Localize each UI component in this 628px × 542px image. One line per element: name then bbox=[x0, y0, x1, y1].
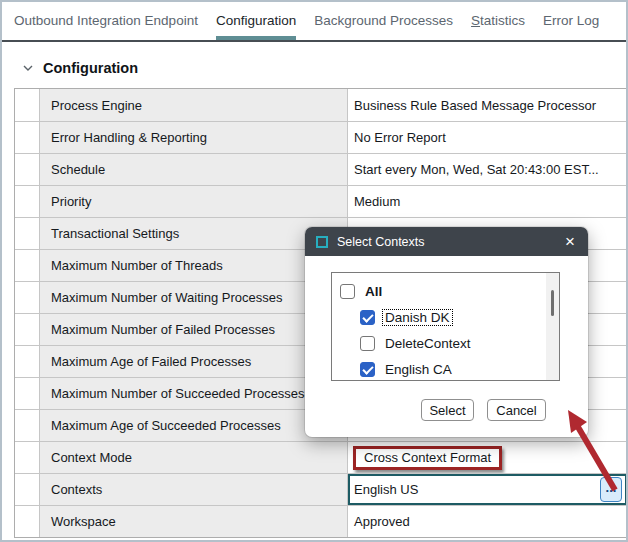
context-option-all[interactable]: All bbox=[340, 278, 559, 304]
row-selector-cell[interactable] bbox=[15, 346, 40, 377]
tab-label: Outbound Integration Endpoint bbox=[14, 13, 198, 28]
option-label: English CA bbox=[383, 362, 454, 377]
tab-label: Statistics bbox=[471, 13, 525, 28]
row-label: Context Mode bbox=[40, 442, 348, 473]
row-label: Process Engine bbox=[40, 89, 348, 121]
row-value[interactable]: Business Rule Based Message Processor bbox=[348, 89, 627, 121]
row-value[interactable]: Cross Context Format bbox=[348, 442, 627, 473]
row-selector-cell[interactable] bbox=[15, 122, 40, 153]
row-label: Maximum Number of Waiting Processes bbox=[40, 282, 348, 313]
row-label: Maximum Number of Threads bbox=[40, 250, 348, 281]
option-label: Danish DK bbox=[383, 310, 452, 325]
dialog-app-icon bbox=[316, 236, 328, 248]
row-selector-cell[interactable] bbox=[15, 474, 40, 505]
tab-label: Error Log bbox=[543, 13, 599, 28]
context-mode-value: Cross Context Format bbox=[364, 450, 491, 465]
option-label: DeleteContext bbox=[383, 336, 473, 351]
tab-configuration[interactable]: Configuration bbox=[216, 2, 296, 40]
row-selector-cell[interactable] bbox=[15, 314, 40, 345]
scrollbar-thumb[interactable] bbox=[551, 290, 554, 316]
tab-label: Background Processes bbox=[314, 13, 453, 28]
tab-background-processes[interactable]: Background Processes bbox=[314, 2, 453, 40]
row-value[interactable]: Approved bbox=[348, 506, 627, 537]
checkbox-icon[interactable] bbox=[360, 336, 375, 351]
context-option-danish-dk[interactable]: Danish DK bbox=[360, 304, 559, 330]
row-selector-cell[interactable] bbox=[15, 218, 40, 249]
dialog-buttons: Select Cancel bbox=[421, 399, 546, 421]
context-option-deletecontext[interactable]: DeleteContext bbox=[360, 330, 559, 356]
listbox-items: All Danish DK DeleteContext English CA bbox=[332, 273, 559, 381]
checkbox-icon[interactable] bbox=[340, 284, 355, 299]
tab-label: Configuration bbox=[216, 13, 296, 28]
checkbox-icon[interactable] bbox=[360, 310, 375, 325]
row-selector-cell[interactable] bbox=[15, 250, 40, 281]
row-selector-cell[interactable] bbox=[15, 506, 40, 537]
open-contexts-picker-button[interactable]: ... bbox=[600, 477, 622, 502]
row-label: Workspace bbox=[40, 506, 348, 537]
row-value[interactable]: Start every Mon, Wed, Sat 20:43:00 EST..… bbox=[348, 154, 627, 185]
listbox-scrollbar[interactable] bbox=[546, 273, 559, 380]
tab-outbound-integration-endpoint[interactable]: Outbound Integration Endpoint bbox=[14, 2, 198, 40]
contexts-value: English US bbox=[354, 482, 418, 497]
tab-bar: Outbound Integration Endpoint Configurat… bbox=[2, 2, 626, 42]
row-label: Maximum Number of Failed Processes bbox=[40, 314, 348, 345]
contexts-value-cell[interactable]: English US ... bbox=[348, 474, 627, 505]
context-option-english-ca[interactable]: English CA bbox=[360, 356, 559, 381]
table-row: Process Engine Business Rule Based Messa… bbox=[15, 89, 627, 121]
contexts-listbox: All Danish DK DeleteContext English CA bbox=[331, 272, 560, 381]
tab-error-log[interactable]: Error Log bbox=[543, 2, 599, 40]
row-label: Schedule bbox=[40, 154, 348, 185]
section-header: Configuration bbox=[22, 58, 626, 78]
row-label: Maximum Number of Succeeded Processes bbox=[40, 378, 348, 409]
row-value[interactable]: Medium bbox=[348, 186, 627, 217]
chevron-down-icon[interactable] bbox=[22, 62, 34, 74]
checkbox-icon[interactable] bbox=[360, 362, 375, 377]
dialog-titlebar: Select Contexts × bbox=[305, 227, 588, 256]
select-button[interactable]: Select bbox=[421, 399, 474, 421]
app-window: Outbound Integration Endpoint Configurat… bbox=[0, 0, 628, 542]
option-label: All bbox=[363, 284, 384, 299]
row-label: Error Handling & Reporting bbox=[40, 122, 348, 153]
row-label: Priority bbox=[40, 186, 348, 217]
row-value[interactable]: No Error Report bbox=[348, 122, 627, 153]
table-row-context-mode: Context Mode Cross Context Format bbox=[15, 441, 627, 473]
select-contexts-dialog: Select Contexts × All Danish DK DeleteCo… bbox=[305, 227, 588, 437]
cancel-button[interactable]: Cancel bbox=[487, 399, 546, 421]
row-selector-cell[interactable] bbox=[15, 378, 40, 409]
row-selector-cell[interactable] bbox=[15, 282, 40, 313]
row-selector-cell[interactable] bbox=[15, 154, 40, 185]
close-icon[interactable]: × bbox=[563, 233, 577, 250]
table-row-contexts: Contexts English US ... bbox=[15, 473, 627, 505]
dialog-title: Select Contexts bbox=[337, 235, 425, 249]
row-selector-cell[interactable] bbox=[15, 89, 40, 121]
tab-statistics[interactable]: Statistics bbox=[471, 2, 525, 40]
row-label: Contexts bbox=[40, 474, 348, 505]
row-selector-cell[interactable] bbox=[15, 442, 40, 473]
row-label: Transactional Settings bbox=[40, 218, 348, 249]
table-row: Priority Medium bbox=[15, 185, 627, 217]
row-selector-cell[interactable] bbox=[15, 186, 40, 217]
row-selector-cell[interactable] bbox=[15, 410, 40, 441]
section-title: Configuration bbox=[43, 60, 138, 76]
table-row: Error Handling & Reporting No Error Repo… bbox=[15, 121, 627, 153]
row-label: Maximum Age of Failed Processes bbox=[40, 346, 348, 377]
row-label: Maximum Age of Succeeded Processes bbox=[40, 410, 348, 441]
annotation-highlight-box: Cross Context Format bbox=[353, 446, 502, 470]
table-row: Workspace Approved bbox=[15, 505, 627, 537]
table-row: Schedule Start every Mon, Wed, Sat 20:43… bbox=[15, 153, 627, 185]
